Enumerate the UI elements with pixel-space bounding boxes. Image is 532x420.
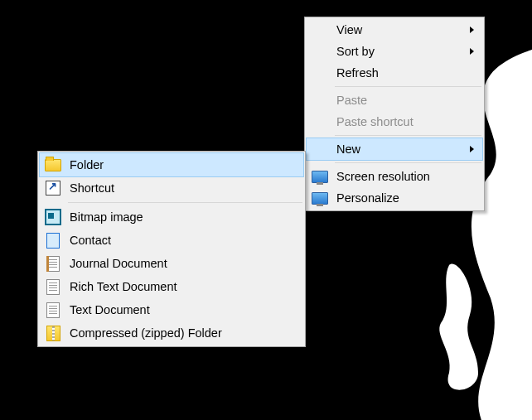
- submenu-item-compressed-folder[interactable]: Compressed (zipped) Folder: [40, 321, 303, 345]
- menu-item-label: Text Document: [70, 303, 150, 316]
- menu-item-label: Shortcut: [70, 181, 114, 195]
- desktop-background[interactable]: View Sort by Refresh Paste Paste shortcu…: [0, 0, 532, 420]
- contact-icon: [45, 232, 61, 249]
- menu-item-label: Paste shortcut: [336, 115, 414, 128]
- menu-item-personalize[interactable]: Personalize: [307, 187, 482, 209]
- menu-item-paste: Paste: [307, 89, 482, 111]
- menu-item-label: Compressed (zipped) Folder: [70, 326, 222, 340]
- menu-item-label: Journal Document: [70, 257, 167, 270]
- menu-item-label: Contact: [70, 234, 111, 247]
- menu-separator: [335, 135, 481, 136]
- monitor-icon: [312, 168, 328, 185]
- menu-item-label: Folder: [70, 158, 104, 171]
- bitmap-image-icon: [45, 209, 61, 225]
- menu-item-label: View: [336, 23, 362, 36]
- rich-text-icon: [45, 278, 61, 295]
- menu-separator: [68, 202, 302, 203]
- submenu-item-text-document[interactable]: Text Document: [40, 298, 303, 321]
- menu-item-sort-by[interactable]: Sort by: [307, 41, 482, 62]
- chevron-right-icon: [470, 146, 474, 152]
- menu-item-paste-shortcut: Paste shortcut: [307, 111, 482, 133]
- submenu-item-journal-document[interactable]: Journal Document: [40, 252, 303, 275]
- menu-item-label: Paste: [336, 94, 367, 107]
- menu-item-screen-resolution[interactable]: Screen resolution: [307, 166, 482, 187]
- new-submenu: Folder Shortcut Bitmap image Contact Jou…: [37, 151, 306, 347]
- submenu-item-folder[interactable]: Folder: [39, 152, 304, 177]
- menu-item-label: New: [336, 142, 360, 156]
- submenu-item-contact[interactable]: Contact: [40, 229, 303, 252]
- submenu-item-rich-text-document[interactable]: Rich Text Document: [40, 275, 303, 298]
- submenu-item-bitmap-image[interactable]: Bitmap image: [40, 205, 303, 229]
- menu-separator: [335, 86, 481, 87]
- desktop-context-menu: View Sort by Refresh Paste Paste shortcu…: [304, 17, 485, 211]
- menu-item-label: Personalize: [336, 191, 399, 205]
- journal-icon: [45, 255, 61, 272]
- menu-item-label: Refresh: [336, 66, 379, 80]
- submenu-item-shortcut[interactable]: Shortcut: [40, 176, 303, 200]
- menu-item-label: Rich Text Document: [70, 280, 177, 293]
- menu-item-label: Screen resolution: [336, 170, 430, 183]
- menu-item-label: Bitmap image: [70, 210, 143, 224]
- menu-item-new[interactable]: New: [306, 138, 483, 161]
- monitor-icon: [312, 190, 328, 206]
- shortcut-icon: [45, 180, 61, 196]
- menu-item-label: Sort by: [336, 45, 375, 58]
- text-document-icon: [45, 302, 61, 318]
- chevron-right-icon: [470, 48, 474, 55]
- chevron-right-icon: [470, 27, 474, 33]
- zip-folder-icon: [45, 325, 61, 341]
- folder-icon: [45, 157, 61, 173]
- menu-separator: [335, 162, 481, 163]
- menu-item-refresh[interactable]: Refresh: [307, 62, 482, 84]
- menu-item-view[interactable]: View: [307, 19, 482, 41]
